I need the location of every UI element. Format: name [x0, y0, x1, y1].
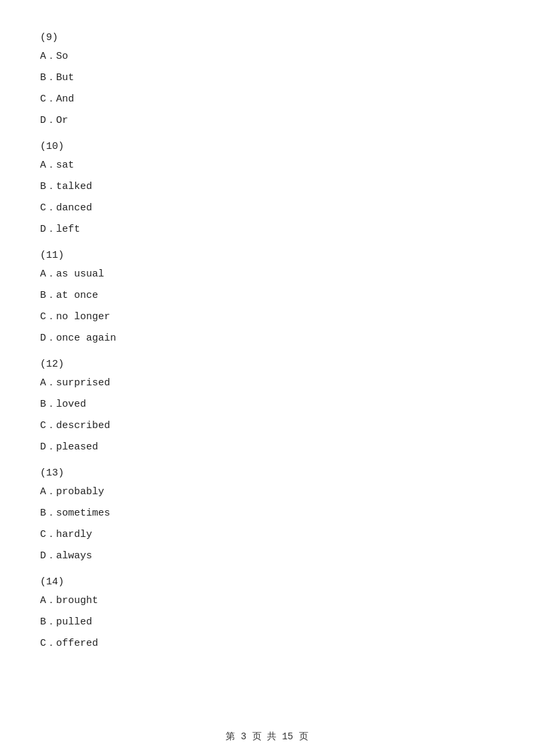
option-q14-0: A．brought [40, 593, 494, 609]
question-number-13: (13) [40, 467, 494, 479]
option-q10-0: A．sat [40, 158, 494, 174]
option-q13-1: B．sometimes [40, 506, 494, 522]
option-q13-2: C．hardly [40, 527, 494, 543]
option-q14-2: C．offered [40, 636, 494, 652]
option-q11-1: B．at once [40, 288, 494, 304]
option-q12-0: A．surprised [40, 375, 494, 391]
option-q12-1: B．loved [40, 397, 494, 413]
page-content: (9)A．SoB．ButC．AndD．Or(10)A．satB．talkedC．… [0, 0, 534, 697]
option-q9-2: C．And [40, 91, 494, 108]
option-q9-0: A．So [40, 49, 494, 65]
option-q11-2: C．no longer [40, 309, 494, 325]
question-number-10: (10) [40, 141, 494, 152]
page-footer: 第 3 页 共 15 页 [0, 731, 534, 743]
question-number-11: (11) [40, 250, 494, 261]
question-number-12: (12) [40, 359, 494, 370]
option-q9-3: D．Or [40, 113, 494, 129]
option-q12-3: D．pleased [40, 439, 494, 455]
option-q10-3: D．left [40, 222, 494, 238]
option-q13-0: A．probably [40, 484, 494, 500]
option-q11-0: A．as usual [40, 266, 494, 282]
question-number-9: (9) [40, 32, 494, 43]
option-q9-1: B．But [40, 70, 494, 86]
option-q11-3: D．once again [40, 331, 494, 347]
footer-text: 第 3 页 共 15 页 [226, 731, 308, 742]
option-q13-3: D．always [40, 548, 494, 564]
option-q12-2: C．described [40, 418, 494, 434]
question-number-14: (14) [40, 576, 494, 588]
option-q10-2: C．danced [40, 200, 494, 216]
option-q14-1: B．pulled [40, 614, 494, 630]
option-q10-1: B．talked [40, 179, 494, 195]
